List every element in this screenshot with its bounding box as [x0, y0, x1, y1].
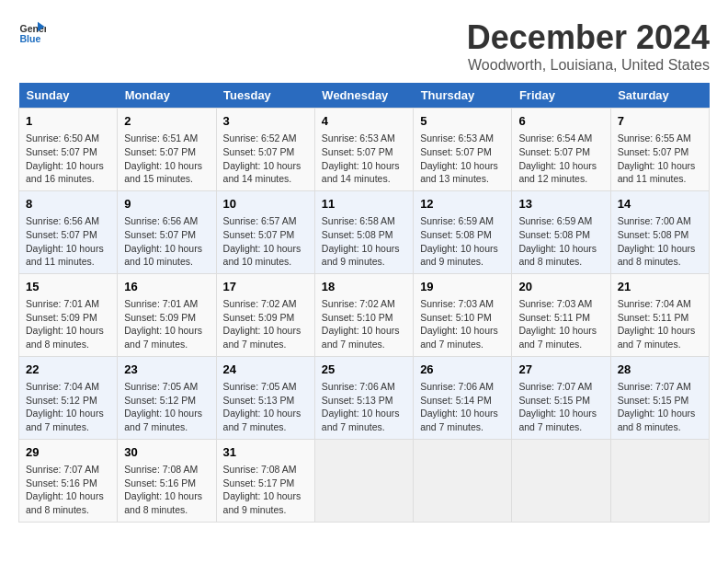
header-row: SundayMondayTuesdayWednesdayThursdayFrid…	[19, 83, 710, 109]
day-info: Sunrise: 6:51 AM Sunset: 5:07 PM Dayligh…	[124, 132, 209, 186]
day-number: 20	[518, 279, 603, 295]
calendar-cell: 20Sunrise: 7:03 AM Sunset: 5:11 PM Dayli…	[512, 273, 610, 356]
day-info: Sunrise: 7:05 AM Sunset: 5:13 PM Dayligh…	[223, 380, 308, 434]
day-number: 26	[420, 362, 505, 378]
day-number: 23	[124, 362, 209, 378]
calendar-cell: 27Sunrise: 7:07 AM Sunset: 5:15 PM Dayli…	[512, 356, 610, 439]
day-info: Sunrise: 6:59 AM Sunset: 5:08 PM Dayligh…	[420, 214, 505, 269]
day-info: Sunrise: 6:57 AM Sunset: 5:07 PM Dayligh…	[223, 214, 308, 269]
day-info: Sunrise: 7:06 AM Sunset: 5:13 PM Dayligh…	[322, 380, 406, 434]
day-header-tuesday: Tuesday	[216, 83, 314, 109]
day-number: 25	[322, 362, 406, 378]
calendar-cell: 30Sunrise: 7:08 AM Sunset: 5:16 PM Dayli…	[118, 439, 216, 522]
day-info: Sunrise: 7:04 AM Sunset: 5:11 PM Dayligh…	[618, 297, 702, 351]
day-info: Sunrise: 7:06 AM Sunset: 5:14 PM Dayligh…	[420, 380, 505, 434]
day-number: 18	[322, 279, 406, 295]
day-number: 9	[124, 196, 209, 213]
day-number: 8	[26, 196, 110, 213]
day-number: 15	[26, 279, 110, 295]
day-info: Sunrise: 7:01 AM Sunset: 5:09 PM Dayligh…	[26, 297, 110, 351]
calendar-cell: 23Sunrise: 7:05 AM Sunset: 5:12 PM Dayli…	[118, 356, 216, 439]
calendar-cell: 8Sunrise: 6:56 AM Sunset: 5:07 PM Daylig…	[19, 190, 118, 273]
day-number: 1	[26, 113, 110, 130]
day-number: 21	[618, 279, 702, 295]
day-number: 29	[26, 444, 110, 461]
day-info: Sunrise: 7:08 AM Sunset: 5:17 PM Dayligh…	[223, 463, 308, 517]
day-info: Sunrise: 6:53 AM Sunset: 5:07 PM Dayligh…	[420, 132, 505, 186]
day-number: 31	[223, 444, 308, 461]
day-info: Sunrise: 7:07 AM Sunset: 5:16 PM Dayligh…	[26, 463, 110, 517]
day-number: 11	[322, 196, 406, 213]
week-row-3: 15Sunrise: 7:01 AM Sunset: 5:09 PM Dayli…	[19, 273, 710, 356]
day-info: Sunrise: 7:02 AM Sunset: 5:09 PM Dayligh…	[223, 297, 308, 351]
calendar-cell: 11Sunrise: 6:58 AM Sunset: 5:08 PM Dayli…	[314, 190, 413, 273]
day-info: Sunrise: 6:54 AM Sunset: 5:07 PM Dayligh…	[518, 132, 603, 186]
calendar-cell	[314, 439, 413, 522]
week-row-5: 29Sunrise: 7:07 AM Sunset: 5:16 PM Dayli…	[19, 439, 710, 522]
day-header-monday: Monday	[118, 83, 216, 109]
day-number: 24	[223, 362, 308, 378]
calendar-cell: 26Sunrise: 7:06 AM Sunset: 5:14 PM Dayli…	[414, 356, 512, 439]
day-number: 14	[618, 196, 702, 213]
day-number: 28	[618, 362, 702, 378]
day-info: Sunrise: 7:08 AM Sunset: 5:16 PM Dayligh…	[124, 463, 209, 517]
day-header-friday: Friday	[512, 83, 610, 109]
main-title: December 2024	[467, 18, 710, 57]
day-info: Sunrise: 7:02 AM Sunset: 5:10 PM Dayligh…	[322, 297, 406, 351]
calendar-cell: 17Sunrise: 7:02 AM Sunset: 5:09 PM Dayli…	[216, 273, 314, 356]
day-number: 13	[518, 196, 603, 213]
day-info: Sunrise: 6:53 AM Sunset: 5:07 PM Dayligh…	[322, 132, 406, 186]
day-info: Sunrise: 7:03 AM Sunset: 5:11 PM Dayligh…	[518, 297, 603, 351]
day-number: 30	[124, 444, 209, 461]
day-number: 16	[124, 279, 209, 295]
calendar-cell	[512, 439, 610, 522]
calendar-cell: 2Sunrise: 6:51 AM Sunset: 5:07 PM Daylig…	[118, 109, 216, 191]
header: General Blue December 2024 Woodworth, Lo…	[18, 18, 710, 74]
calendar-cell: 14Sunrise: 7:00 AM Sunset: 5:08 PM Dayli…	[610, 190, 709, 273]
day-info: Sunrise: 7:03 AM Sunset: 5:10 PM Dayligh…	[420, 297, 505, 351]
svg-text:Blue: Blue	[20, 33, 41, 44]
day-number: 2	[124, 113, 209, 130]
calendar-cell: 31Sunrise: 7:08 AM Sunset: 5:17 PM Dayli…	[216, 439, 314, 522]
day-info: Sunrise: 7:04 AM Sunset: 5:12 PM Dayligh…	[26, 380, 110, 434]
day-number: 22	[26, 362, 110, 378]
day-header-wednesday: Wednesday	[314, 83, 413, 109]
calendar-cell: 24Sunrise: 7:05 AM Sunset: 5:13 PM Dayli…	[216, 356, 314, 439]
calendar-cell: 5Sunrise: 6:53 AM Sunset: 5:07 PM Daylig…	[414, 109, 512, 191]
calendar-cell: 18Sunrise: 7:02 AM Sunset: 5:10 PM Dayli…	[314, 273, 413, 356]
calendar-cell: 7Sunrise: 6:55 AM Sunset: 5:07 PM Daylig…	[610, 109, 709, 191]
day-info: Sunrise: 7:07 AM Sunset: 5:15 PM Dayligh…	[518, 380, 603, 434]
day-number: 3	[223, 113, 308, 130]
calendar-cell: 1Sunrise: 6:50 AM Sunset: 5:07 PM Daylig…	[19, 109, 118, 191]
calendar-cell: 10Sunrise: 6:57 AM Sunset: 5:07 PM Dayli…	[216, 190, 314, 273]
title-area: December 2024 Woodworth, Louisiana, Unit…	[467, 18, 710, 74]
calendar-cell: 25Sunrise: 7:06 AM Sunset: 5:13 PM Dayli…	[314, 356, 413, 439]
calendar-cell: 13Sunrise: 6:59 AM Sunset: 5:08 PM Dayli…	[512, 190, 610, 273]
day-number: 19	[420, 279, 505, 295]
day-number: 6	[518, 113, 603, 130]
calendar-cell: 3Sunrise: 6:52 AM Sunset: 5:07 PM Daylig…	[216, 109, 314, 191]
day-number: 27	[518, 362, 603, 378]
calendar-cell: 9Sunrise: 6:56 AM Sunset: 5:07 PM Daylig…	[118, 190, 216, 273]
calendar-cell: 12Sunrise: 6:59 AM Sunset: 5:08 PM Dayli…	[414, 190, 512, 273]
day-info: Sunrise: 7:00 AM Sunset: 5:08 PM Dayligh…	[618, 214, 702, 269]
day-header-sunday: Sunday	[19, 83, 118, 109]
calendar-cell: 22Sunrise: 7:04 AM Sunset: 5:12 PM Dayli…	[19, 356, 118, 439]
day-number: 17	[223, 279, 308, 295]
day-info: Sunrise: 7:07 AM Sunset: 5:15 PM Dayligh…	[618, 380, 702, 434]
week-row-1: 1Sunrise: 6:50 AM Sunset: 5:07 PM Daylig…	[19, 109, 710, 191]
calendar-cell: 4Sunrise: 6:53 AM Sunset: 5:07 PM Daylig…	[314, 109, 413, 191]
day-number: 4	[322, 113, 406, 130]
calendar-cell	[414, 439, 512, 522]
day-number: 10	[223, 196, 308, 213]
logo: General Blue	[18, 18, 46, 46]
week-row-4: 22Sunrise: 7:04 AM Sunset: 5:12 PM Dayli…	[19, 356, 710, 439]
calendar-cell: 28Sunrise: 7:07 AM Sunset: 5:15 PM Dayli…	[610, 356, 709, 439]
day-number: 12	[420, 196, 505, 213]
day-info: Sunrise: 6:50 AM Sunset: 5:07 PM Dayligh…	[26, 132, 110, 186]
day-header-saturday: Saturday	[610, 83, 709, 109]
day-info: Sunrise: 6:56 AM Sunset: 5:07 PM Dayligh…	[124, 214, 209, 269]
day-info: Sunrise: 6:56 AM Sunset: 5:07 PM Dayligh…	[26, 214, 110, 269]
day-number: 5	[420, 113, 505, 130]
day-info: Sunrise: 6:58 AM Sunset: 5:08 PM Dayligh…	[322, 214, 406, 269]
